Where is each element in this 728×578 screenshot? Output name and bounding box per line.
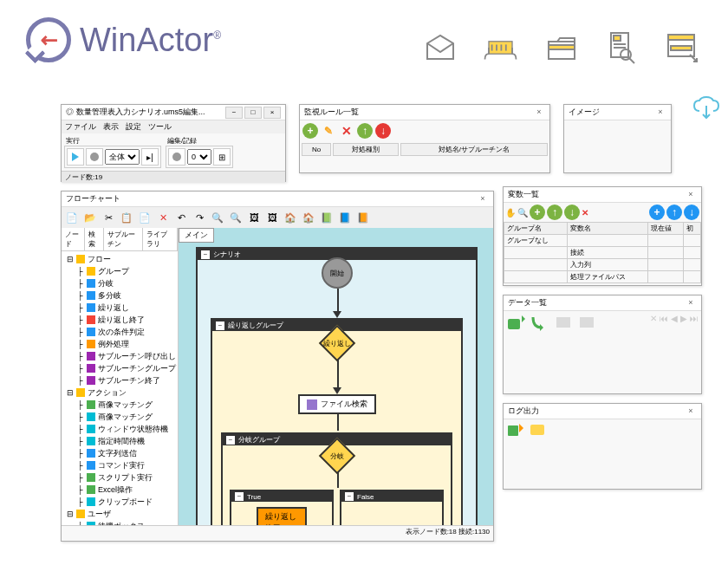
down-button[interactable]: ↓ (564, 205, 580, 220)
paste-icon[interactable]: 📄 (136, 209, 153, 226)
cut-icon[interactable]: ✂ (100, 209, 117, 226)
add-blue-button[interactable]: + (649, 205, 665, 220)
file-search-node[interactable]: ファイル検索 (298, 394, 376, 414)
tree-item[interactable]: ├指定時間待機 (63, 435, 176, 447)
tree-item[interactable]: ├多分岐 (63, 289, 176, 302)
table-row[interactable]: 処理ファイルパス (504, 271, 701, 283)
tool-icon[interactable]: 🏠 (282, 209, 299, 226)
tool-icon[interactable]: 📗 (318, 209, 335, 226)
tree-item[interactable]: ├サブルーチン終了 (63, 374, 176, 386)
tree-list[interactable]: ⊟フロー├グループ├分岐├多分岐├繰り返し├繰り返し終了├次の条件判定├例外処理… (62, 251, 178, 525)
tool-icon[interactable]: 🏠 (300, 209, 317, 226)
tool-icon[interactable]: 📘 (336, 209, 354, 226)
tree-item[interactable]: ├サブルーチングループ (63, 362, 176, 374)
close-button[interactable]: × (533, 107, 545, 118)
export-icon[interactable] (530, 314, 550, 331)
delete-icon[interactable]: ✕ (650, 314, 657, 331)
menu-tools[interactable]: ツール (148, 121, 172, 133)
tool-icon[interactable]: 🖼 (245, 209, 263, 226)
tree-item[interactable]: ├ウィンドウ状態待機 (63, 423, 176, 435)
variables-table[interactable]: グループ名 変数名 現在値 初 グループなし接続入力列処理ファイルパス (504, 222, 701, 283)
zoom-out-icon[interactable]: 🔍 (227, 209, 244, 226)
loop-end-node[interactable]: 繰り返し終了 (257, 507, 307, 525)
tree-item[interactable]: ⊟フロー (63, 253, 176, 265)
table-row[interactable]: 接続 (504, 247, 701, 259)
col-no[interactable]: No (302, 143, 331, 156)
loop-group-node[interactable]: −繰り返しグループ 繰り返し ファイル検索 −分岐グループ 分岐 (211, 318, 463, 525)
delete-icon[interactable]: ✕ (154, 209, 172, 226)
tab-subroutine[interactable]: サブルーチン (104, 228, 144, 250)
close-button[interactable]: × (654, 107, 666, 118)
delete-button[interactable]: ✕ (582, 208, 588, 218)
menu-view[interactable]: 表示 (103, 121, 119, 133)
tree-item[interactable]: ├画像マッチング (63, 399, 176, 411)
import-icon[interactable] (506, 314, 527, 331)
tree-item[interactable]: ├コマンド実行 (63, 459, 176, 471)
redo-icon[interactable]: ↷ (191, 209, 208, 226)
add-button[interactable]: + (530, 205, 545, 220)
data-icon[interactable] (553, 314, 574, 331)
false-branch[interactable]: −False (340, 490, 444, 525)
nav-icon[interactable]: ⏮ (660, 314, 668, 331)
tree-item[interactable]: ├待機ボックス (63, 520, 176, 525)
tree-item[interactable]: ├グループ (63, 265, 176, 277)
up-button[interactable]: ↑ (357, 123, 373, 139)
clear-log-icon[interactable] (528, 422, 547, 438)
zoom-in-icon[interactable]: 🔍 (209, 209, 226, 226)
table-row[interactable]: グループなし (504, 235, 701, 247)
close-button[interactable]: × (263, 107, 281, 119)
down-blue-button[interactable]: ↓ (684, 205, 699, 220)
col-name[interactable]: 対処名/サブルーチン名 (400, 143, 548, 156)
delete-button[interactable]: ✕ (339, 123, 354, 139)
undo-icon[interactable]: ↶ (172, 209, 190, 226)
tree-item[interactable]: ├スクリプト実行 (63, 471, 176, 484)
col-type[interactable]: 対処種別 (333, 143, 398, 156)
maximize-button[interactable]: □ (244, 107, 262, 119)
tab-search[interactable]: 検索 (85, 228, 103, 250)
branch-group-node[interactable]: −分岐グループ 分岐 −True 繰り返し終了 −False (221, 432, 452, 525)
tab-node[interactable]: ノード (62, 228, 85, 250)
nav-icon[interactable]: ◀ (671, 314, 678, 331)
copy-icon[interactable]: 📋 (118, 209, 135, 226)
menu-file[interactable]: ファイル (65, 121, 96, 133)
tree-item[interactable]: ├画像マッチング (63, 411, 176, 423)
export-log-icon[interactable] (506, 422, 525, 438)
tree-item[interactable]: ├クリップボード (63, 496, 176, 508)
play-button[interactable] (67, 148, 84, 166)
search-icon[interactable]: 🔍 (517, 208, 528, 218)
start-node[interactable]: 開始 (322, 257, 353, 289)
zoom-select[interactable]: 0 (187, 149, 211, 165)
edit-button[interactable]: ✎ (321, 123, 336, 139)
nav-icon[interactable]: ⏭ (690, 314, 699, 331)
tree-item[interactable]: ├次の条件判定 (63, 326, 176, 338)
new-icon[interactable]: 📄 (63, 209, 81, 226)
tree-item[interactable]: ├サブルーチン呼び出し (63, 350, 176, 362)
speed-select[interactable]: 全体 (105, 149, 140, 165)
data-icon[interactable] (576, 314, 597, 331)
close-button[interactable]: × (685, 298, 697, 308)
close-button[interactable]: × (477, 194, 489, 205)
tree-item[interactable]: ├分岐 (63, 277, 176, 289)
tree-item[interactable]: ├文字列送信 (63, 447, 176, 459)
tree-item[interactable]: ├繰り返し終了 (63, 314, 176, 326)
tool-icon[interactable]: 📙 (354, 209, 372, 226)
tree-item[interactable]: ├例外処理 (63, 338, 176, 350)
tree-item[interactable]: ⊟ユーザ (63, 508, 176, 520)
nav-icon[interactable]: ▶ (680, 314, 687, 331)
open-icon[interactable]: 📂 (81, 209, 99, 226)
flowchart-canvas[interactable]: メイン −シナリオ 開始 −繰り返しグループ 繰り返し ファイル検索 (179, 228, 493, 525)
tree-item[interactable]: ├繰り返し (63, 302, 176, 314)
rec-start-button[interactable] (168, 148, 185, 166)
tool-icon[interactable]: 🖼 (263, 209, 281, 226)
down-button[interactable]: ↓ (375, 123, 391, 139)
up-button[interactable]: ↑ (547, 205, 562, 220)
close-button[interactable]: × (685, 406, 697, 417)
record-button[interactable] (86, 148, 103, 166)
collapse-icon[interactable]: − (201, 250, 210, 259)
canvas-tab-main[interactable]: メイン (179, 228, 214, 243)
tab-library[interactable]: ライブラリ (143, 228, 178, 250)
up-blue-button[interactable]: ↑ (666, 205, 682, 220)
hand-icon[interactable]: ✋ (505, 208, 516, 218)
menu-settings[interactable]: 設定 (126, 121, 141, 133)
minimize-button[interactable]: − (225, 107, 243, 119)
